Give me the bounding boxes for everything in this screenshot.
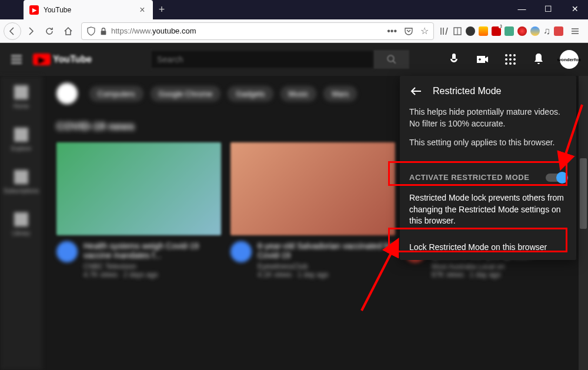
- lock-action-row[interactable]: Lock Restricted Mode on this browser: [400, 234, 576, 260]
- video-card[interactable]: 6-year-old Salvadorian vaccinated for Co…: [230, 142, 395, 279]
- minimize-button[interactable]: —: [509, 0, 535, 18]
- pocket-icon[interactable]: [404, 26, 413, 36]
- shield-icon[interactable]: [86, 26, 96, 36]
- video-thumbnail[interactable]: [56, 142, 221, 235]
- firefox-extensions: 3 ♫: [437, 26, 566, 36]
- home-button[interactable]: [59, 22, 78, 41]
- search-button[interactable]: [374, 50, 409, 69]
- chip-item[interactable]: Music: [280, 86, 317, 102]
- back-arrow-icon[interactable]: [409, 84, 423, 98]
- svg-point-13: [509, 58, 512, 61]
- toggle-label: ACTIVATE RESTRICTED MODE: [409, 173, 529, 182]
- youtube-search: [151, 50, 409, 69]
- video-meta: EyewitnessClub4.1K views · 1 day ago: [258, 262, 395, 279]
- youtube-logo-text: YouTube: [53, 54, 92, 65]
- ext-icon-1[interactable]: [466, 26, 475, 36]
- channel-avatar-icon[interactable]: [230, 241, 252, 262]
- create-video-icon[interactable]: [475, 52, 489, 66]
- ext-icon-3[interactable]: [505, 26, 514, 36]
- tab-title: YouTube: [44, 6, 138, 14]
- panel-browser-note: This setting only applies to this browse…: [409, 138, 567, 147]
- search-input[interactable]: [151, 50, 374, 69]
- svg-line-7: [393, 61, 396, 64]
- chip-item[interactable]: Google Chrome: [151, 86, 221, 102]
- svg-point-16: [509, 62, 512, 65]
- svg-point-11: [513, 54, 516, 56]
- reader-icon[interactable]: [453, 26, 462, 36]
- scrollbar-track[interactable]: [579, 76, 588, 370]
- sidebar-item-home[interactable]: Home: [0, 76, 42, 118]
- new-tab-button[interactable]: +: [153, 0, 171, 19]
- youtube-favicon: ▶: [29, 5, 39, 15]
- browser-tab-youtube[interactable]: ▶ YouTube ×: [24, 0, 153, 19]
- firefox-toolbar: https://www.youtube.com ••• ☆ 3 ♫: [0, 19, 588, 43]
- page-actions-icon[interactable]: •••: [387, 26, 397, 36]
- chip-item[interactable]: Mars: [323, 86, 357, 102]
- video-title: 6-year-old Salvadorian vaccinated for Co…: [258, 241, 395, 260]
- video-meta: CNBC Television4.7K views · 2 days ago: [83, 262, 221, 279]
- svg-point-14: [513, 58, 516, 61]
- svg-rect-0: [101, 31, 106, 35]
- activate-toggle-row[interactable]: ACTIVATE RESTRICTED MODE: [400, 165, 576, 190]
- adblock-icon[interactable]: 3: [492, 26, 501, 36]
- url-text: https://www.youtube.com: [111, 26, 387, 35]
- video-title: Health systems weigh Covid-19 vaccine ma…: [83, 241, 221, 260]
- channel-avatar[interactable]: [56, 83, 78, 104]
- svg-point-9: [505, 54, 507, 56]
- youtube-logo[interactable]: ▶ YouTube: [33, 54, 92, 65]
- close-tab-icon[interactable]: ×: [138, 5, 147, 15]
- restricted-mode-panel: Restricted Mode This helps hide potentia…: [400, 76, 576, 260]
- toggle-switch[interactable]: [546, 174, 567, 182]
- svg-point-17: [513, 62, 516, 65]
- firefox-menu-button[interactable]: [566, 22, 584, 41]
- sidebar-item-library[interactable]: Library: [0, 203, 42, 245]
- apps-grid-icon[interactable]: [503, 52, 517, 66]
- maximize-button[interactable]: ☐: [535, 0, 562, 18]
- url-bar[interactable]: https://www.youtube.com ••• ☆: [81, 22, 434, 40]
- panel-title: Restricted Mode: [433, 86, 502, 96]
- ext-icon-4[interactable]: [517, 26, 527, 36]
- reload-button[interactable]: [40, 22, 59, 41]
- svg-point-6: [387, 55, 394, 62]
- lock-icon[interactable]: [99, 27, 108, 35]
- channel-avatar-icon[interactable]: [56, 241, 78, 262]
- panel-header: Restricted Mode: [400, 76, 576, 106]
- youtube-topbar: ▶ YouTube wonderfox: [0, 43, 588, 76]
- close-window-button[interactable]: ✕: [562, 0, 588, 18]
- back-button[interactable]: [4, 22, 21, 40]
- library-icon[interactable]: [440, 26, 449, 36]
- bookmark-star-icon[interactable]: ☆: [420, 25, 429, 36]
- video-card[interactable]: Health systems weigh Covid-19 vaccine ma…: [56, 142, 221, 279]
- lock-action-label: Lock Restricted Mode on this browser: [409, 242, 547, 252]
- user-avatar[interactable]: wonderfox: [560, 50, 579, 69]
- chip-item[interactable]: Gadgets: [228, 86, 273, 102]
- youtube-app: ▶ YouTube wonderfox Home Explore Subscri…: [0, 43, 588, 370]
- ext-icon-2[interactable]: [479, 26, 488, 36]
- lock-description: Restricted Mode lock prevents others fro…: [400, 190, 576, 234]
- url-domain: youtube.com: [152, 26, 196, 35]
- chip-item[interactable]: Computers: [89, 86, 143, 102]
- sidebar-item-explore[interactable]: Explore: [0, 118, 42, 161]
- ext-music-icon[interactable]: ♫: [543, 26, 550, 36]
- avatar-label: wonderfox: [557, 57, 581, 62]
- forward-button[interactable]: [21, 22, 40, 41]
- ext-camera-icon[interactable]: [554, 26, 563, 36]
- voice-search-icon[interactable]: [447, 52, 461, 66]
- youtube-sidebar: Home Explore Subscriptions Library: [0, 76, 42, 370]
- svg-point-10: [509, 54, 512, 56]
- svg-point-12: [505, 58, 507, 61]
- firefox-titlebar: ▶ YouTube × + — ☐ ✕: [0, 0, 588, 19]
- search-icon: [386, 54, 397, 65]
- notifications-bell-icon[interactable]: [532, 52, 546, 66]
- url-prefix: https://www.: [111, 26, 152, 35]
- sidebar-item-subscriptions[interactable]: Subscriptions: [0, 161, 42, 203]
- panel-description: This helps hide potentially mature video…: [409, 106, 567, 129]
- scrollbar-thumb[interactable]: [580, 158, 587, 229]
- hamburger-menu-icon[interactable]: [9, 52, 24, 66]
- ext-icon-5[interactable]: [530, 26, 540, 36]
- svg-point-15: [505, 62, 507, 65]
- video-meta: Most Australia Local on67K views · 1 day…: [432, 262, 569, 279]
- video-thumbnail[interactable]: [230, 142, 395, 235]
